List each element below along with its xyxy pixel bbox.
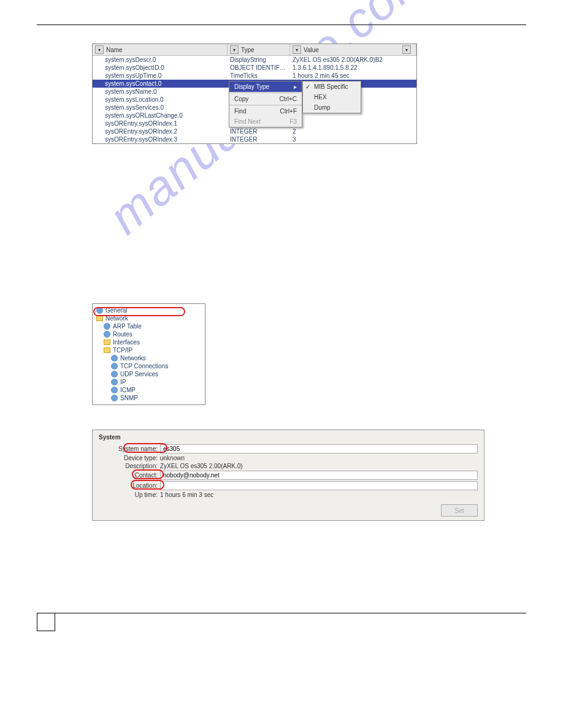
globe-icon (111, 395, 118, 401)
label-device-type: Device type: (99, 455, 160, 461)
tree-snmp[interactable]: SNMP (93, 394, 205, 402)
tree-udp-services[interactable]: UDP Services (93, 370, 205, 378)
folder-icon (104, 339, 110, 345)
tree-general[interactable]: General (93, 306, 205, 314)
table-header: ▾Name ▾Type ▾Value▾ (93, 44, 416, 56)
globe-icon (111, 387, 118, 393)
menu-copy[interactable]: CopyCtrl+C (229, 94, 302, 104)
table-row[interactable]: sysOREntry.sysORIndex.3INTEGER3 (93, 135, 416, 143)
table-row[interactable]: system.sysObjectID.0OBJECT IDENTIF…1.3.6… (93, 64, 416, 72)
table-row[interactable]: system.sysDescr.0DisplayStringZyXEL OS e… (93, 56, 416, 64)
input-contact[interactable] (160, 471, 478, 480)
menu-display-type[interactable]: Display Type▸ (229, 82, 302, 92)
tree-tcp-connections[interactable]: TCP Connections (93, 362, 205, 370)
globe-icon (104, 323, 110, 330)
tree-arp-table[interactable]: ARP Table (93, 322, 205, 330)
submenu-dump[interactable]: Dump (303, 102, 361, 113)
folder-icon (104, 347, 110, 353)
dropdown-icon[interactable]: ▾ (293, 45, 301, 54)
menu-find-next: Find NextF3 (229, 116, 302, 127)
value-uptime: 1 hours 6 min 3 sec (160, 491, 213, 498)
dropdown-icon[interactable]: ▾ (402, 45, 411, 54)
tree-networks[interactable]: Networks (93, 354, 205, 362)
tree-icmp[interactable]: ICMP (93, 386, 205, 394)
label-uptime: Up time: (99, 491, 160, 498)
col-header-value[interactable]: ▾Value▾ (290, 44, 416, 55)
input-system-name[interactable] (160, 444, 478, 453)
tree-interfaces[interactable]: Interfaces (93, 338, 205, 346)
label-description: Description: (99, 463, 160, 469)
dropdown-icon[interactable]: ▾ (230, 45, 239, 54)
tree-routes[interactable]: Routes (93, 330, 205, 338)
dropdown-icon[interactable]: ▾ (95, 45, 104, 54)
menu-find[interactable]: FindCtrl+F (229, 106, 302, 116)
red-oval-highlight (132, 469, 164, 479)
set-button[interactable]: Set (441, 504, 478, 517)
context-menu: Display Type▸ CopyCtrl+C FindCtrl+F Find… (229, 81, 302, 127)
table-row[interactable]: sysOREntry.sysORIndex.2INTEGER2 (93, 127, 416, 135)
red-oval-highlight (93, 307, 185, 316)
red-oval-highlight (123, 443, 167, 453)
submenu-hex[interactable]: HEX (303, 92, 361, 102)
globe-icon (111, 363, 118, 370)
globe-icon (111, 371, 118, 377)
nav-tree: General Network ARP Table Routes Interfa… (92, 303, 205, 405)
page-number-box (37, 613, 55, 631)
col-header-type[interactable]: ▾Type (228, 44, 290, 55)
value-description: ZyXEL OS es305 2.00(ARK.0) (160, 463, 243, 469)
red-oval-highlight (131, 480, 164, 490)
folder-icon (96, 316, 103, 321)
globe-icon (111, 379, 118, 385)
value-device-type: unknown (160, 455, 185, 461)
col-header-name[interactable]: ▾Name (93, 44, 228, 55)
mib-table: ▾Name ▾Type ▾Value▾ system.sysDescr.0Dis… (92, 44, 417, 144)
table-row[interactable]: system.sysUpTime.0TimeTicks1 hours 2 min… (93, 72, 416, 80)
input-location[interactable] (160, 481, 478, 490)
page-footer (37, 613, 526, 631)
globe-icon (111, 355, 118, 362)
submenu-display-type: MIB Specific HEX Dump (302, 81, 361, 113)
system-panel-title: System (99, 434, 478, 441)
submenu-mib-specific[interactable]: MIB Specific (303, 82, 361, 92)
system-panel: System System name: Device type:unknown … (92, 430, 484, 521)
globe-icon (104, 331, 110, 338)
tree-tcpip[interactable]: TCP/IP (93, 346, 205, 354)
tree-ip[interactable]: IP (93, 378, 205, 386)
